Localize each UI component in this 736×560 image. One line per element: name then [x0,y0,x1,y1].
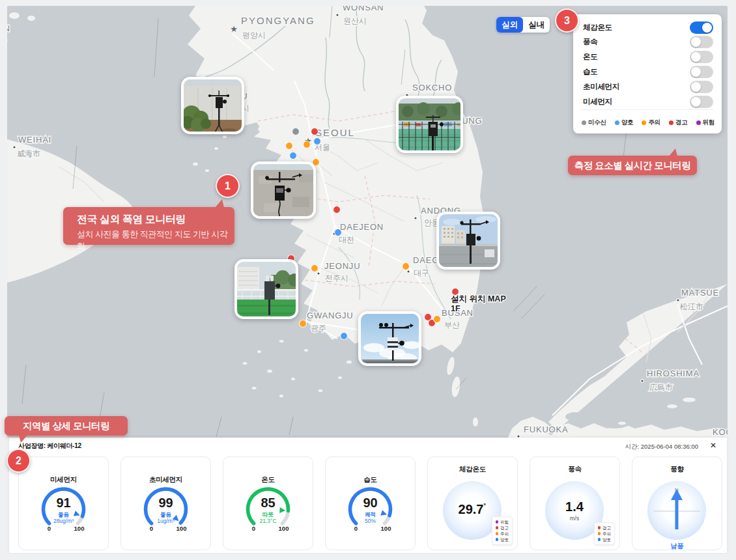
circle-card-title: 풍속 [530,465,619,474]
panel-legend: 미수신양호주의경고위험 [582,115,715,130]
station-dot-주의[interactable] [434,316,441,323]
gauge-value: 91 [56,496,70,510]
station-dot-양호[interactable] [314,138,321,145]
status-mini-legend: 경고주의양호 [594,522,616,545]
station-dot-양호[interactable] [335,229,342,236]
layer-row-2: 온도 [583,50,713,64]
svg-text:대구: 대구 [414,268,429,277]
svg-text:대전: 대전 [339,235,354,244]
feels-like-value: 29.7˚ [443,502,502,517]
outdoor-button[interactable]: 실외 [496,17,523,33]
circle-card-title: 체감온도 [428,465,517,474]
mini-legend-label: 경고 [602,525,611,531]
legend-label: 양호 [621,119,633,127]
toggle-knob [691,37,701,47]
layer-toggle-off[interactable] [690,66,713,78]
gauge-max: 100 [381,525,391,532]
mini-legend-label: 양호 [602,537,611,542]
gauge-detail: 28ug/m³ [53,518,74,524]
station-dot-경고[interactable] [311,128,318,135]
compass: N [647,481,706,540]
legend-item-0: 미수신 [582,119,606,127]
svg-text:PYONGYANG: PYONGYANG [241,15,315,26]
gauge-detail: 1ug/m³ [157,518,175,524]
toggle-knob [691,67,701,77]
layer-label: 체감온도 [583,23,612,33]
station-photo-wall-mount[interactable] [251,161,316,219]
status-mini-legend: 위험경고주의양호 [492,516,513,545]
toggle-knob [691,82,701,92]
station-dot-양호[interactable] [290,152,297,160]
layer-toggle-on[interactable] [690,21,713,34]
install-floor-label: 1F [451,304,460,313]
station-photo-turf-roof[interactable] [234,259,298,319]
legend-item-1: 양호 [615,119,633,127]
site-name-label: 사업장명: 케이웨더-12 [18,441,81,451]
gauge-value: 90 [363,496,377,510]
legend-dot [696,120,701,125]
gauge-card-2: 온도85따뜻21.3°C0100 [223,456,313,550]
legend-dot [615,120,619,125]
station-dot-경고[interactable] [333,206,341,214]
station-dot-미수신[interactable] [292,128,300,135]
station-photo-sky-station[interactable] [358,311,421,366]
svg-text:HIROSHIMA: HIROSHIMA [647,369,700,378]
step-badge-1: 1 [216,174,240,198]
legend-item-2: 주의 [642,119,660,127]
svg-text:WONSAN: WONSAN [343,3,384,12]
install-location-label: 설치 위치 MAP [451,294,506,303]
legend-label: 경고 [675,119,687,127]
gauge-min: 0 [48,525,51,532]
layer-label: 초미세먼지 [583,82,619,92]
svg-text:松江市: 松江市 [680,302,703,311]
svg-text:MATSUE: MATSUE [681,288,719,298]
gauge-detail: 50% [365,518,376,524]
svg-text:SEOUL: SEOUL [315,127,355,138]
svg-text:원산시: 원산시 [343,16,367,25]
panel-divider [581,109,714,110]
gauge-status: 좋음 [58,511,70,518]
station-dot-주의[interactable] [403,263,410,270]
station-dot-주의[interactable] [304,141,311,148]
station-photo-bush-wall[interactable] [181,77,244,134]
legend-label: 미수신 [588,119,606,127]
circle-card-풍향: 풍향N남풍 [632,456,722,550]
legend-label: 위험 [703,119,715,127]
gauge-min: 0 [252,525,255,532]
gauge-card-0: 미세먼지91좋음28ug/m³0100 [18,456,109,550]
station-dot-주의[interactable] [286,143,293,150]
gauge-min: 0 [354,525,358,532]
legend-dot [669,120,673,125]
mini-legend-dot [496,526,499,529]
station-dot-주의[interactable] [311,265,318,272]
station-dot-주의[interactable] [300,320,307,328]
station-dot-양호[interactable] [341,333,348,340]
mini-legend-label: 주의 [500,531,509,537]
svg-text:SOKCHO: SOKCHO [412,83,452,92]
legend-label: 주의 [648,119,660,127]
layer-row-3: 습도 [583,64,713,79]
wind-direction-label: 남풍 [632,542,722,551]
circle-card-풍속: 풍속1.4m/s경고주의양호 [530,456,620,550]
value-circle: N [647,481,706,540]
station-photo-green-deck[interactable] [396,96,463,153]
mini-legend-item: 양호 [598,537,612,542]
layer-toggle-off[interactable] [690,81,713,93]
layer-row-5: 미세먼지 [583,94,713,109]
station-photo-building-roof[interactable] [436,212,500,270]
indoor-button[interactable]: 실내 [523,17,550,33]
circle-card-체감온도: 체감온도29.7˚위험경고주의양호 [427,456,518,550]
svg-text:전주시: 전주시 [325,273,348,283]
close-button[interactable]: ✕ [710,441,716,450]
gauge-min: 0 [150,525,153,532]
callout-measurement: 측정 요소별 실시간 모니터링 [568,156,697,175]
mini-legend-item: 위험 [496,519,509,525]
layer-toggle-off[interactable] [690,96,713,108]
mini-legend-item: 주의 [496,531,509,537]
mini-legend-dot [598,526,601,529]
layer-toggle-off[interactable] [690,36,713,48]
layer-toggle-off[interactable] [690,51,713,63]
gauge-max: 100 [177,525,187,532]
callout-nationwide: 전국 실외 폭염 모니터링 설치 사진을 통한 직관적인 지도 기반 시각화 [63,207,234,245]
mini-legend-dot [598,532,601,535]
